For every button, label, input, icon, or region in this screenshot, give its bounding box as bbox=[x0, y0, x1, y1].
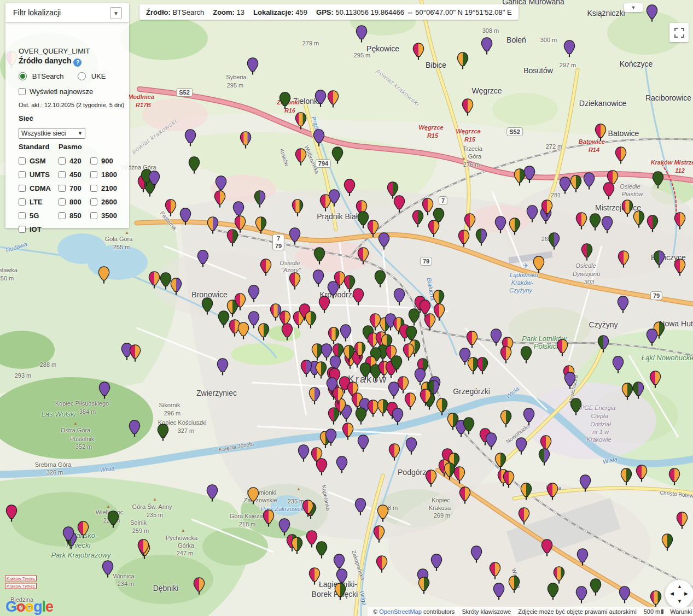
network-select[interactable]: Wszystkie sieci▼ bbox=[19, 128, 85, 139]
map-marker[interactable] bbox=[539, 448, 550, 466]
map-marker[interactable] bbox=[389, 443, 400, 461]
map-marker[interactable] bbox=[554, 566, 565, 584]
map-marker[interactable] bbox=[305, 311, 317, 328]
map-marker[interactable] bbox=[240, 131, 252, 149]
map-marker[interactable] bbox=[180, 208, 191, 225]
map-marker[interactable] bbox=[412, 210, 424, 227]
map-marker[interactable] bbox=[248, 487, 259, 504]
map-marker[interactable] bbox=[358, 435, 369, 452]
map-marker[interactable] bbox=[315, 90, 327, 107]
map-marker[interactable] bbox=[207, 484, 218, 502]
map-marker[interactable] bbox=[560, 177, 571, 194]
map-marker[interactable] bbox=[309, 387, 321, 404]
map-marker[interactable] bbox=[316, 458, 328, 476]
map-marker[interactable] bbox=[292, 199, 304, 216]
map-marker[interactable] bbox=[377, 504, 389, 522]
map-marker[interactable] bbox=[398, 376, 409, 394]
map-marker[interactable] bbox=[238, 322, 249, 339]
map-marker[interactable] bbox=[216, 175, 227, 193]
map-marker[interactable] bbox=[403, 343, 415, 361]
map-marker[interactable] bbox=[313, 129, 325, 146]
map-marker[interactable] bbox=[521, 483, 532, 500]
map-marker[interactable] bbox=[431, 554, 442, 571]
pan-control-button[interactable]: ▲ ▼ ◀ ▶ bbox=[665, 580, 693, 608]
map-marker[interactable] bbox=[319, 296, 330, 313]
map-marker[interactable] bbox=[615, 146, 627, 164]
map-marker[interactable] bbox=[424, 313, 436, 331]
map-marker[interactable] bbox=[171, 278, 182, 295]
map-marker[interactable] bbox=[6, 504, 18, 522]
map-marker[interactable] bbox=[217, 358, 229, 376]
map-marker[interactable] bbox=[533, 256, 545, 273]
map-marker[interactable] bbox=[674, 212, 686, 230]
map-marker[interactable] bbox=[613, 356, 624, 373]
map-marker[interactable] bbox=[329, 189, 340, 207]
map-marker[interactable] bbox=[108, 511, 119, 528]
map-marker[interactable] bbox=[564, 372, 576, 389]
map-marker[interactable] bbox=[514, 168, 526, 186]
map-marker[interactable] bbox=[279, 92, 291, 109]
map-marker[interactable] bbox=[509, 218, 521, 235]
map-marker[interactable] bbox=[647, 328, 658, 346]
map-marker[interactable] bbox=[328, 281, 339, 298]
map-marker[interactable] bbox=[590, 213, 601, 231]
google-logo[interactable]: Google bbox=[5, 599, 53, 615]
map-marker[interactable] bbox=[549, 232, 560, 250]
map-marker[interactable] bbox=[409, 308, 420, 326]
map-marker[interactable] bbox=[619, 586, 631, 603]
band-checkbox-420[interactable]: 420 bbox=[59, 154, 81, 168]
map-marker[interactable] bbox=[647, 215, 659, 232]
band-checkbox-3500[interactable]: 3500 bbox=[90, 209, 117, 222]
filter-panel-header[interactable]: Filtr lokalizacji ▼ bbox=[5, 3, 129, 22]
map-marker[interactable] bbox=[486, 432, 497, 450]
map-marker[interactable] bbox=[129, 420, 141, 437]
map-marker[interactable] bbox=[464, 213, 476, 231]
map-marker[interactable] bbox=[471, 545, 482, 563]
standard-checkbox-5g[interactable]: 5G bbox=[19, 209, 51, 222]
band-checkbox-850[interactable]: 850 bbox=[59, 209, 81, 222]
map-marker[interactable] bbox=[289, 227, 301, 245]
map-marker[interactable] bbox=[598, 335, 609, 353]
help-icon[interactable]: ? bbox=[73, 58, 81, 67]
map-marker[interactable] bbox=[570, 398, 582, 415]
standard-checkbox-umts[interactable]: UMTS bbox=[19, 168, 51, 181]
map-marker[interactable] bbox=[454, 466, 465, 484]
map-marker[interactable] bbox=[289, 272, 301, 290]
map-marker[interactable] bbox=[235, 215, 246, 233]
map-marker[interactable] bbox=[476, 228, 487, 246]
map-marker[interactable] bbox=[519, 507, 530, 525]
map-marker[interactable] bbox=[314, 247, 325, 265]
show-latest-checkbox[interactable]: Wyświetl najnowsze bbox=[19, 87, 93, 96]
map-marker[interactable] bbox=[295, 148, 307, 166]
map-marker[interactable] bbox=[394, 195, 405, 213]
openstreetmap-link[interactable]: OpenStreetMap bbox=[379, 608, 422, 615]
map-marker[interactable] bbox=[353, 288, 364, 306]
map-marker[interactable] bbox=[669, 468, 680, 485]
map-marker[interactable] bbox=[260, 259, 272, 276]
map-marker[interactable] bbox=[467, 331, 478, 348]
radio-btsearch[interactable]: BTSearch bbox=[19, 72, 63, 80]
map-marker[interactable] bbox=[78, 521, 89, 538]
map-marker[interactable] bbox=[218, 310, 230, 328]
radio-uke[interactable]: UKE bbox=[78, 72, 106, 80]
map-marker[interactable] bbox=[577, 548, 589, 566]
map-marker[interactable] bbox=[248, 285, 260, 302]
map-marker[interactable] bbox=[335, 583, 346, 600]
map-marker[interactable] bbox=[405, 392, 416, 410]
map-marker[interactable] bbox=[185, 129, 196, 146]
map-marker[interactable] bbox=[102, 560, 114, 578]
map-marker[interactable] bbox=[581, 243, 593, 261]
map-marker[interactable] bbox=[490, 562, 501, 579]
map-marker[interactable] bbox=[255, 216, 267, 234]
map-marker[interactable] bbox=[527, 205, 538, 222]
map-marker[interactable] bbox=[459, 486, 471, 504]
map-marker[interactable] bbox=[214, 190, 226, 208]
map-marker[interactable] bbox=[422, 198, 434, 215]
map-marker[interactable] bbox=[674, 259, 686, 276]
map-marker[interactable] bbox=[603, 182, 615, 200]
fullscreen-button[interactable] bbox=[669, 23, 689, 42]
map-marker[interactable] bbox=[328, 90, 339, 108]
map-marker[interactable] bbox=[418, 577, 430, 594]
map-marker[interactable] bbox=[590, 578, 602, 596]
map-marker[interactable] bbox=[462, 98, 474, 116]
